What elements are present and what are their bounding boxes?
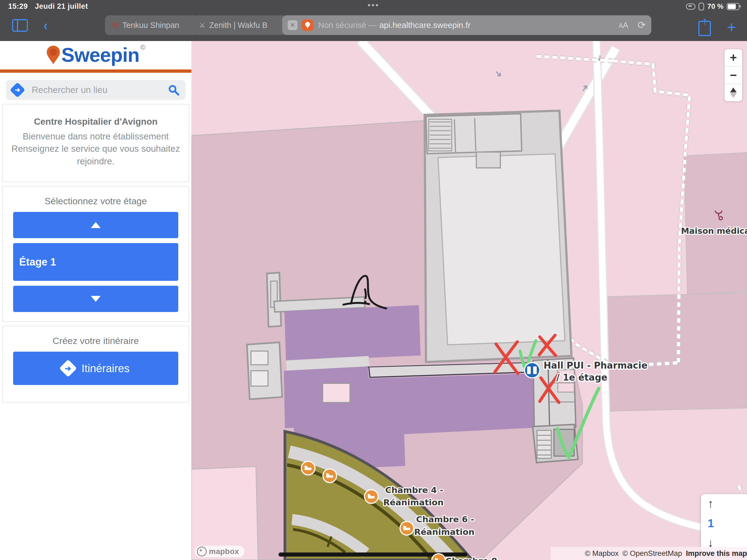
floor-up-arrow[interactable]: ↑	[707, 498, 747, 509]
itineraries-button[interactable]: ➜ Itinéraires	[13, 352, 178, 385]
current-floor-button[interactable]: Étage 1	[13, 243, 178, 281]
search-input[interactable]	[31, 84, 168, 96]
status-time: 15:29Jeudi 21 juillet	[8, 2, 88, 11]
tab-tenkuu-shinpan[interactable]: JS Tenkuu Shinpan	[105, 15, 198, 35]
floor-up-button[interactable]	[13, 212, 178, 238]
indoor-map[interactable]: ➜ ➜ ➜	[191, 41, 747, 560]
tab-zenith-wakfu[interactable]: ⚔ Zenith | Wakfu B	[193, 15, 286, 35]
room-label: Réanimation	[414, 527, 475, 537]
status-date: Jeudi 21 juillet	[35, 2, 88, 10]
sidebar-toggle-icon[interactable]	[12, 19, 28, 32]
ipad-screen: 15:29Jeudi 21 juillet ••• 70 % ‹ JS Tenk…	[0, 0, 747, 560]
hall-pui-label-line1: Hall PUI - Pharmacie	[544, 360, 647, 371]
status-indicators: 70 %	[686, 2, 739, 11]
battery-percent: 70 %	[707, 2, 723, 11]
room-label: Réanimation	[383, 498, 444, 507]
reload-icon[interactable]: ⟳	[638, 19, 646, 31]
oneway-arrow-icon: ➜	[492, 67, 505, 80]
itinerary-card: Créez votre itinéraire ➜ Itinéraires	[2, 326, 189, 403]
route-icon: ➜	[59, 360, 77, 377]
chevron-down-icon	[91, 296, 101, 302]
map-canvas[interactable]: ➜ ➜ ➜	[191, 41, 747, 560]
sweepin-logo: Sweepin ©	[0, 41, 191, 69]
mapbox-logo[interactable]: mapbox	[195, 546, 244, 557]
battery-icon	[727, 3, 739, 10]
room-label: Chambre 4 -	[385, 485, 443, 495]
multitask-dots-icon[interactable]: •••	[367, 1, 380, 10]
east-parcel	[601, 292, 747, 411]
map-zoom-control: + −	[724, 49, 743, 102]
reader-button[interactable]: AA	[618, 21, 628, 30]
tab2-label: Zenith | Wakfu B	[209, 21, 267, 30]
establishment-name: Centre Hospitalier d'Avignon	[8, 116, 183, 128]
close-tab-icon[interactable]: ✕	[288, 20, 298, 30]
compass-button[interactable]	[725, 84, 742, 101]
brand-divider	[0, 70, 191, 73]
safari-toolbar: ‹ JS Tenkuu Shinpan ⚔ Zenith | Wakfu B ✕…	[0, 12, 747, 41]
welcome-card: Centre Hospitalier d'Avignon Bienvenue d…	[2, 104, 189, 182]
welcome-line: Bienvenue dans notre établissement	[8, 130, 183, 143]
orientation-lock-icon	[699, 3, 704, 10]
compass-icon	[730, 87, 737, 98]
welcome-instruction: Renseignez le service que vous souhaitez…	[8, 143, 183, 167]
hotspot-icon	[686, 4, 695, 9]
tab2-favicon: ⚔	[199, 21, 205, 29]
room-label: Chambre 8	[446, 556, 497, 560]
floor-current: 1	[707, 518, 747, 529]
itinerary-heading: Créez votre itinéraire	[3, 335, 189, 346]
url-text: api.healthcare.sweepin.fr	[379, 21, 470, 30]
brand-name: Sweepin	[61, 44, 139, 66]
zoom-out-button[interactable]: −	[725, 67, 742, 84]
map-attribution: © Mapbox © OpenStreetMap Improve this ma…	[551, 547, 747, 560]
itineraries-label: Itinéraires	[81, 362, 130, 375]
search-icon[interactable]	[168, 84, 179, 96]
maison-medicale-label: Maison médicale	[681, 226, 747, 236]
maison-medicale-parcel	[684, 153, 747, 294]
zoom-in-button[interactable]: +	[725, 49, 742, 67]
floor-down-button[interactable]	[13, 286, 178, 312]
address-bar[interactable]: ✕ Non sécurisé — api.healthcare.sweepin.…	[282, 15, 651, 35]
mapbox-wordmark: mapbox	[209, 547, 239, 556]
osm-attribution[interactable]: © OpenStreetMap	[622, 549, 682, 558]
search-bar[interactable]: ➜	[6, 80, 185, 100]
purple-ward-upper	[284, 305, 420, 361]
clock: 15:29	[8, 2, 28, 10]
floor-selector-card: Sélectionnez votre étage Étage 1	[2, 186, 189, 322]
sweepin-favicon	[302, 19, 313, 31]
chevron-up-icon	[91, 222, 101, 228]
new-tab-button[interactable]: +	[727, 21, 736, 34]
share-icon[interactable]	[698, 21, 711, 36]
browser-chrome: 15:29Jeudi 21 juillet ••• 70 % ‹ JS Tenk…	[0, 0, 747, 41]
floor-control: ↑ 1 ↓	[700, 493, 747, 552]
registered-mark: ©	[140, 44, 146, 51]
hall-pui-label-line2: / 1e étage	[557, 372, 608, 383]
improve-map-link[interactable]: Improve this map	[686, 549, 747, 558]
door-icon[interactable]	[524, 362, 540, 378]
status-bar: 15:29Jeudi 21 juillet ••• 70 %	[0, 0, 747, 12]
mapbox-icon	[197, 546, 207, 556]
security-label: Non sécurisé —	[318, 21, 377, 30]
pin-icon	[46, 45, 60, 65]
back-button[interactable]: ‹	[44, 20, 48, 31]
sweepin-sidebar: Sweepin © ➜ Centre Hospitalier d'Avignon…	[0, 41, 191, 560]
floor-selector-heading: Sélectionnez votre étage	[3, 196, 189, 206]
tab1-label: Tenkuu Shinpan	[122, 21, 179, 30]
directions-icon: ➜	[10, 82, 25, 98]
mapbox-attribution[interactable]: © Mapbox	[585, 549, 618, 558]
tab1-favicon: JS	[111, 21, 119, 29]
room-label: Chambre 6 -	[416, 514, 474, 524]
